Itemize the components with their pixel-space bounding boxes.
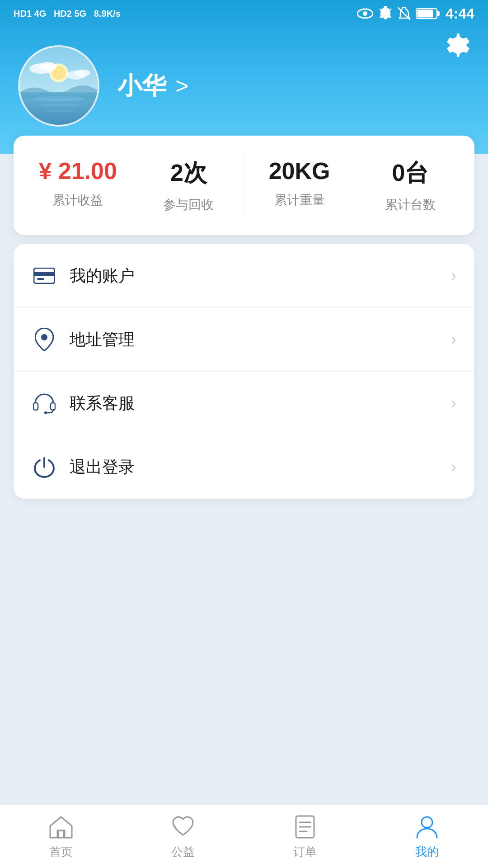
- menu-logout-label: 退出登录: [70, 456, 451, 478]
- menu-address-label: 地址管理: [70, 329, 451, 351]
- profile-chevron: >: [175, 73, 188, 99]
- svg-rect-25: [33, 403, 38, 410]
- card-icon: [32, 263, 57, 288]
- nav-home-label: 首页: [49, 844, 73, 860]
- stat-recycles-value: 2次: [170, 157, 207, 189]
- mute-icon: [398, 6, 410, 21]
- eye-icon: [357, 7, 373, 20]
- svg-point-1: [363, 11, 367, 16]
- nav-charity-label: 公益: [171, 844, 195, 860]
- profile-name: 小华: [117, 70, 166, 103]
- status-right: 4:44: [357, 5, 474, 22]
- svg-point-15: [75, 70, 90, 76]
- svg-rect-23: [37, 278, 44, 280]
- stat-recycles-label: 参与回收: [163, 196, 214, 213]
- svg-rect-7: [437, 11, 440, 16]
- menu-support-label: 联系客服: [70, 392, 451, 415]
- bottom-nav: 首页 公益 订单 我的: [0, 805, 488, 868]
- mine-icon: [413, 813, 441, 840]
- stat-recycles: 2次 参与回收: [133, 157, 244, 213]
- nav-mine-label: 我的: [415, 844, 439, 860]
- heart-icon: [169, 813, 197, 840]
- nav-orders-label: 订单: [293, 844, 317, 860]
- avatar[interactable]: [18, 45, 99, 127]
- status-bar: HD1 4G HD2 5G 8.9K/s 4:44: [0, 0, 488, 27]
- location-icon: [32, 327, 57, 352]
- stat-weight-label: 累计重量: [274, 192, 325, 209]
- status-left: HD1 4G HD2 5G 8.9K/s: [14, 9, 121, 19]
- menu-account-label: 我的账户: [70, 265, 451, 287]
- stats-card: ¥ 21.00 累计收益 2次 参与回收 20KG 累计重量 0台 累计台数: [14, 136, 474, 235]
- menu-item-support[interactable]: 联系客服 ›: [14, 372, 474, 435]
- stat-devices-label: 累计台数: [385, 196, 436, 213]
- svg-rect-22: [34, 272, 55, 276]
- nav-item-orders[interactable]: 订单: [244, 806, 366, 867]
- menu-logout-arrow: ›: [451, 458, 456, 476]
- battery-icon: [416, 7, 440, 20]
- menu-item-logout[interactable]: 退出登录 ›: [14, 435, 474, 499]
- menu-address-arrow: ›: [451, 330, 456, 349]
- signal-info: HD1 4G HD2 5G 8.9K/s: [14, 9, 121, 19]
- nav-item-home[interactable]: 首页: [0, 806, 122, 867]
- stat-devices-value: 0台: [392, 157, 428, 189]
- stat-weight: 20KG 累计重量: [244, 157, 355, 213]
- stat-weight-value: 20KG: [269, 157, 330, 184]
- menu-support-arrow: ›: [451, 394, 456, 413]
- svg-point-33: [422, 817, 432, 828]
- svg-rect-6: [417, 10, 433, 18]
- stat-earnings: ¥ 21.00 累计收益: [23, 157, 133, 213]
- svg-point-24: [41, 334, 47, 340]
- stat-devices: 0台 累计台数: [355, 157, 465, 213]
- svg-rect-26: [51, 403, 55, 410]
- menu-item-address[interactable]: 地址管理 ›: [14, 308, 474, 372]
- stat-earnings-label: 累计收益: [52, 192, 103, 209]
- svg-rect-28: [58, 830, 64, 838]
- svg-point-20: [42, 110, 76, 113]
- nav-item-charity[interactable]: 公益: [122, 806, 244, 867]
- svg-point-19: [37, 104, 80, 107]
- time-display: 4:44: [446, 5, 474, 22]
- orders-icon: [291, 813, 319, 840]
- profile-info[interactable]: 小华 >: [117, 70, 188, 103]
- svg-point-13: [39, 62, 56, 71]
- home-icon: [47, 813, 75, 840]
- power-icon: [32, 454, 57, 480]
- profile-section: 小华 >: [0, 27, 488, 127]
- headset-icon: [32, 391, 57, 416]
- alarm-icon: [379, 6, 392, 21]
- menu-item-account[interactable]: 我的账户 ›: [14, 244, 474, 308]
- svg-point-27: [44, 411, 47, 414]
- nav-item-mine[interactable]: 我的: [366, 806, 488, 867]
- menu-account-arrow: ›: [451, 266, 456, 285]
- stat-earnings-value: ¥ 21.00: [38, 157, 117, 184]
- svg-point-18: [33, 96, 85, 101]
- menu-card: 我的账户 › 地址管理 › 联系客服 ›: [14, 244, 474, 499]
